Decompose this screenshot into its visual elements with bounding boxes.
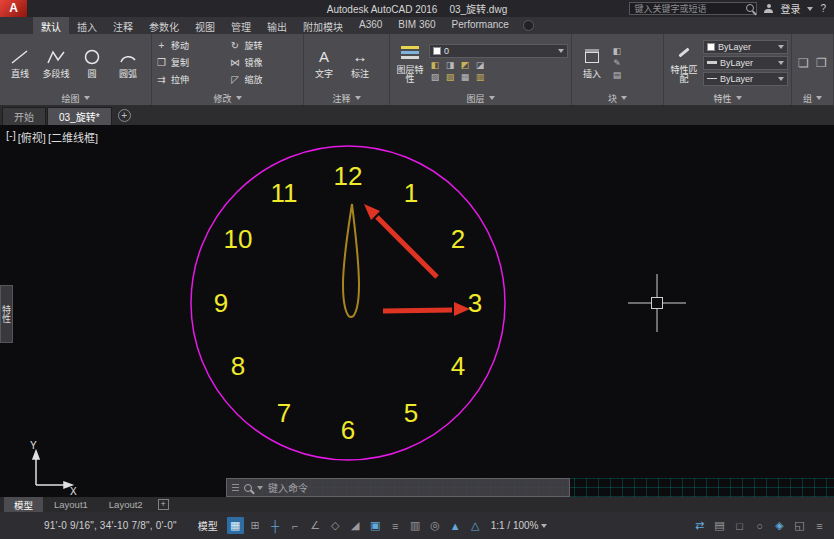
switch-space-icon[interactable]: ⇄ bbox=[691, 517, 708, 534]
annotation-visibility-icon[interactable]: ▲ bbox=[447, 517, 464, 534]
polar-tracking-icon[interactable]: ∠ bbox=[307, 517, 324, 534]
clock-number[interactable]: 11 bbox=[271, 178, 298, 208]
file-tab-start[interactable]: 开始 bbox=[2, 107, 46, 125]
layer-tool-icon[interactable]: ▦ bbox=[459, 72, 471, 82]
visual-style-control[interactable]: [二维线框] bbox=[48, 129, 98, 145]
mirror-button[interactable]: ⋈镜像 bbox=[229, 54, 301, 71]
tab-performance[interactable]: Performance bbox=[444, 17, 517, 34]
connect-status-icon[interactable] bbox=[523, 20, 534, 31]
grid-icon[interactable]: ▦ bbox=[227, 517, 244, 534]
quick-properties-icon[interactable]: ▤ bbox=[711, 517, 728, 534]
clock-hand[interactable] bbox=[343, 204, 359, 317]
clock-number[interactable]: 3 bbox=[468, 288, 482, 318]
layout-tab-model[interactable]: 模型 bbox=[4, 497, 43, 512]
layer-tool-icon[interactable]: ▨ bbox=[429, 72, 441, 82]
tab-home[interactable]: 默认 bbox=[33, 17, 69, 34]
layer-tool-icon[interactable]: ◧ bbox=[429, 60, 441, 70]
customize-icon[interactable]: ≡ bbox=[811, 517, 828, 534]
panel-properties-footer[interactable]: 特性 bbox=[664, 91, 791, 105]
tab-bim360[interactable]: BIM 360 bbox=[390, 17, 443, 34]
rotate-button[interactable]: ↻旋转 bbox=[229, 37, 301, 54]
layer-tool-icon[interactable]: ▧ bbox=[444, 72, 456, 82]
signin-caret-icon[interactable] bbox=[807, 7, 813, 11]
file-tab-document[interactable]: 03_旋转* bbox=[47, 107, 112, 125]
dimension-button[interactable]: ↔ 标注 bbox=[343, 45, 377, 79]
object-color-select[interactable]: ByLayer bbox=[703, 40, 788, 54]
stretch-button[interactable]: ⇉拉伸 bbox=[155, 71, 227, 88]
drawing-area[interactable]: 12 1 2 3 4 5 6 7 8 9 10 11 bbox=[0, 125, 834, 497]
snap-mode-icon[interactable]: ⊞ bbox=[247, 517, 264, 534]
clock-numbers[interactable]: 12 1 2 3 4 5 6 7 8 9 10 11 bbox=[214, 161, 482, 445]
recent-commands-caret-icon[interactable] bbox=[257, 486, 263, 490]
panel-layers-footer[interactable]: 图层 bbox=[390, 91, 571, 105]
command-grip-icon[interactable] bbox=[232, 484, 239, 492]
layer-tool-icon[interactable]: ▥ bbox=[474, 72, 486, 82]
recent-commands-icon[interactable] bbox=[244, 484, 252, 492]
help-search-input[interactable] bbox=[629, 2, 757, 15]
edit-block-icon[interactable]: ✎ bbox=[611, 58, 623, 68]
clock-number[interactable]: 1 bbox=[404, 178, 418, 208]
clock-number[interactable]: 5 bbox=[404, 398, 418, 428]
annotation-scale-button[interactable]: 1:1 / 100% bbox=[487, 520, 552, 531]
layer-tool-icon[interactable]: ◨ bbox=[444, 60, 456, 70]
new-layout-button[interactable]: + bbox=[158, 499, 169, 510]
text-button[interactable]: A 文字 bbox=[307, 45, 341, 79]
clock-number[interactable]: 8 bbox=[231, 351, 245, 381]
clock-number[interactable]: 9 bbox=[214, 288, 228, 318]
clock-number[interactable]: 7 bbox=[277, 398, 291, 428]
model-space-button[interactable]: 模型 bbox=[192, 516, 224, 535]
object-snap-tracking-icon[interactable]: ◢ bbox=[347, 517, 364, 534]
clock-number[interactable]: 12 bbox=[334, 161, 363, 191]
layer-select[interactable]: 0 bbox=[429, 44, 568, 58]
lineweight-select[interactable]: ByLayer bbox=[703, 56, 788, 70]
transparency-icon[interactable]: ▥ bbox=[407, 517, 424, 534]
clock-number[interactable]: 2 bbox=[451, 224, 465, 254]
object-snap-icon[interactable]: ▣ bbox=[367, 517, 384, 534]
dynamic-input-icon[interactable]: ┼ bbox=[267, 517, 284, 534]
tab-output[interactable]: 输出 bbox=[259, 17, 295, 34]
tab-annotate[interactable]: 注释 bbox=[105, 17, 141, 34]
selection-cycling-icon[interactable]: ◎ bbox=[427, 517, 444, 534]
signin-person-icon[interactable] bbox=[764, 4, 773, 13]
clock-number[interactable]: 6 bbox=[341, 415, 355, 445]
properties-palette-tab[interactable]: 特性 bbox=[0, 285, 13, 343]
annotation-autoscale-icon[interactable]: △ bbox=[467, 517, 484, 534]
line-button[interactable]: 直线 bbox=[3, 45, 37, 79]
help-icon[interactable]: ? bbox=[820, 3, 826, 14]
linetype-select[interactable]: ByLayer bbox=[703, 72, 788, 86]
tab-parametric[interactable]: 参数化 bbox=[141, 17, 187, 34]
ungroup-icon[interactable]: ❐ bbox=[816, 56, 828, 70]
match-properties-button[interactable]: 特性匹配 bbox=[667, 41, 701, 85]
tab-addins[interactable]: 附加模块 bbox=[295, 17, 351, 34]
view-control[interactable]: [俯视] bbox=[18, 129, 46, 145]
panel-modify-footer[interactable]: 修改 bbox=[152, 91, 303, 105]
tab-view[interactable]: 视图 bbox=[187, 17, 223, 34]
layer-tool-icon[interactable]: ◪ bbox=[474, 60, 486, 70]
viewport-menu-control[interactable]: [-] bbox=[6, 129, 16, 145]
panel-group-footer[interactable]: 组 bbox=[792, 91, 833, 105]
tab-manage[interactable]: 管理 bbox=[223, 17, 259, 34]
command-input-hint[interactable]: 键入命令 bbox=[268, 480, 308, 495]
insert-block-button[interactable]: 插入 bbox=[575, 45, 609, 79]
move-button[interactable]: +移动 bbox=[155, 37, 227, 54]
scale-button[interactable]: ◸缩放 bbox=[229, 71, 301, 88]
create-block-icon[interactable]: ◧ bbox=[611, 46, 623, 56]
panel-draw-footer[interactable]: 绘图 bbox=[0, 91, 151, 105]
new-drawing-button[interactable]: + bbox=[118, 109, 131, 122]
layout-tab-layout1[interactable]: Layout1 bbox=[44, 497, 98, 512]
isodraft-icon[interactable]: ◇ bbox=[327, 517, 344, 534]
copy-button[interactable]: ❐复制 bbox=[155, 54, 227, 71]
layout-tab-layout2[interactable]: Layout2 bbox=[99, 497, 153, 512]
circle-button[interactable]: 圆 bbox=[75, 45, 109, 79]
isolate-objects-icon[interactable]: ○ bbox=[751, 517, 768, 534]
arc-button[interactable]: 圆弧 bbox=[111, 45, 145, 79]
group-icon[interactable]: ❏ bbox=[798, 56, 810, 70]
polyline-button[interactable]: 多段线 bbox=[39, 45, 73, 79]
lock-ui-icon[interactable]: □ bbox=[731, 517, 748, 534]
tab-a360[interactable]: A360 bbox=[351, 17, 390, 34]
graphics-performance-icon[interactable]: ◈ bbox=[771, 517, 788, 534]
block-attributes-icon[interactable]: ▤ bbox=[611, 70, 623, 80]
tab-insert[interactable]: 插入 bbox=[69, 17, 105, 34]
clock-face-circle[interactable] bbox=[191, 146, 505, 460]
panel-annotate-footer[interactable]: 注释 bbox=[304, 91, 389, 105]
